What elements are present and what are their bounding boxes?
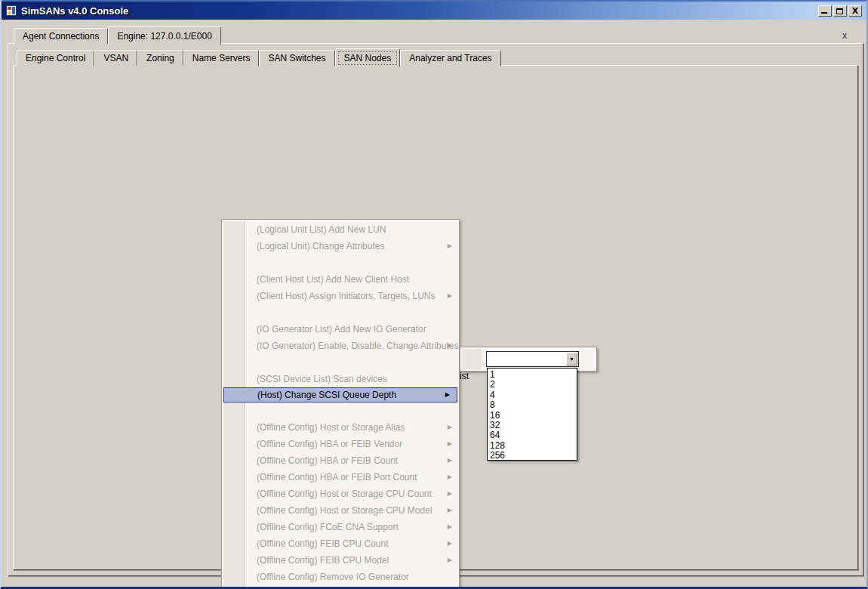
inner-tab-label: Analyzer and Traces	[409, 53, 491, 63]
queue-depth-option[interactable]: 4	[488, 390, 577, 399]
context-menu-item-label: (Offline Config) HBA or FEIB Port Count	[257, 472, 417, 483]
context-menu-item-label: (Offline Config) FCoE CNA Support	[257, 522, 399, 532]
context-menu-item-label: (IO Generator List) Add New IO Generator	[257, 324, 426, 335]
context-menu-item-label: (Client Host) Assign Initiators, Targets…	[257, 291, 436, 301]
context-menu-item[interactable]: (Logical Unit) Change Attributes ▶	[222, 238, 459, 254]
context-menu-item[interactable]: (Offline Config) HBA or FEIB Vendor ▶	[222, 436, 459, 452]
submenu-arrow-icon: ▶	[448, 238, 452, 254]
context-menu-item[interactable]: (Offline Config) Host or Storage Alias ▶	[222, 419, 459, 436]
context-menu-item[interactable]: (Offline Config) FEIB CPU Count ▶	[222, 535, 459, 552]
maximize-button[interactable]	[833, 5, 847, 17]
context-menu-item-label: (Logical Unit List) Add New LUN	[257, 224, 386, 235]
context-menu-item[interactable]: (Offline Config) FEIB CPU Model ▶	[222, 552, 459, 569]
context-menu: (Logical Unit List) Add New LUN ▶ (Logic…	[221, 219, 460, 589]
inner-tab-label: Name Servers	[192, 53, 251, 63]
queue-depth-option[interactable]: 128	[488, 440, 577, 450]
context-menu-item[interactable]: (IO Generator List) Add New IO Generator…	[222, 321, 459, 338]
inner-tab[interactable]: Analyzer and Traces	[400, 50, 500, 66]
close-button[interactable]: X	[848, 5, 862, 17]
context-menu-item-label: (Offline Config) FEIB CPU Count	[257, 538, 389, 549]
context-menu-item[interactable]: (Offline Config) HBA or FEIB Count ▶	[222, 452, 459, 469]
context-menu-item-label: (Offline Config) Host or Storage CPU Mod…	[257, 505, 432, 516]
submenu-arrow-icon: ▶	[445, 388, 450, 402]
outer-tab-label: Agent Connections	[23, 31, 99, 42]
context-menu-item-label: (Offline Config) FEIB CPU Model	[257, 555, 389, 566]
outer-tab-label: Engine: 127.0.0.1/E000	[117, 31, 211, 42]
submenu-arrow-icon: ▶	[448, 502, 452, 519]
context-menu-item[interactable]: (Offline Config) Remove IO Generator ▶	[222, 569, 459, 585]
app-window: SimSANs v4.0 Console X Agent Connections…	[0, 0, 868, 589]
tab-close-icon[interactable]: x	[838, 29, 851, 41]
context-menu-item-label: (Offline Config) HBA or FEIB Count	[257, 455, 398, 466]
inner-tab[interactable]: Engine Control	[17, 50, 94, 66]
title-bar: SimSANs v4.0 Console X	[2, 0, 866, 20]
combobox-value	[489, 353, 565, 365]
submenu-arrow-icon: ▶	[448, 452, 452, 469]
combobox-dropdown-button[interactable]: ▼	[566, 353, 577, 365]
context-menu-item[interactable]: (Offline Config) HBA or FEIB Port Count …	[222, 469, 459, 486]
queue-depth-option[interactable]: 32	[488, 420, 577, 430]
queue-depth-option[interactable]: 64	[488, 430, 577, 439]
submenu-arrow-icon: ▶	[448, 338, 452, 354]
context-menu-item-label: (Offline Config) Host or Storage Alias	[257, 422, 405, 433]
outer-tab[interactable]: Engine: 127.0.0.1/E000	[108, 26, 220, 45]
maximize-icon	[836, 8, 843, 14]
inner-tab[interactable]: VSAN	[94, 50, 137, 66]
context-menu-item[interactable]: (Offline Config) Host or Storage CPU Cou…	[222, 486, 459, 502]
outer-tab-bar: Agent ConnectionsEngine: 127.0.0.1/E000	[14, 26, 221, 45]
app-icon	[6, 5, 17, 16]
context-menu-item-label: (Offline Config) HBA or FEIB Vendor	[257, 439, 402, 449]
inner-tab[interactable]: Name Servers	[183, 50, 260, 66]
queue-depth-option[interactable]: 16	[488, 410, 577, 420]
inner-tab-label: Zoning	[146, 53, 174, 63]
inner-tab-label: SAN Nodes	[344, 53, 392, 63]
queue-depth-combobox[interactable]: ▼	[486, 351, 579, 367]
context-menu-item[interactable]: ▶	[222, 254, 459, 271]
minimize-button[interactable]	[818, 5, 832, 17]
submenu-arrow-icon: ▶	[448, 552, 452, 569]
inner-tab[interactable]: Zoning	[137, 50, 183, 66]
context-menu-item[interactable]: (Client Host) Assign Initiators, Targets…	[222, 288, 459, 304]
queue-depth-option[interactable]: 256	[488, 450, 577, 460]
context-menu-item[interactable]: (Offline Config) Remove Logical Unit ▶	[222, 585, 459, 589]
queue-depth-option-list: 1248163264128256	[487, 368, 577, 461]
inner-tab-label: SAN Switches	[268, 53, 325, 63]
chevron-down-icon: ▼	[569, 356, 574, 362]
context-menu-item[interactable]: ▶	[222, 304, 459, 321]
context-menu-item[interactable]: ▶	[222, 354, 459, 371]
context-menu-item[interactable]: (Client Host List) Add New Client Host ▶	[222, 271, 459, 288]
context-menu-item[interactable]: (Logical Unit List) Add New LUN ▶	[222, 221, 459, 238]
context-menu-item-label: (Client Host List) Add New Client Host	[257, 274, 409, 285]
queue-depth-option[interactable]: 2	[488, 379, 577, 389]
context-menu-item-label: (Offline Config) Remove IO Generator	[257, 572, 409, 582]
window-title: SimSANs v4.0 Console	[21, 5, 128, 17]
inner-tab[interactable]: SAN Nodes	[335, 48, 401, 67]
context-menu-item[interactable]: (SCSI Device List) Scan devices ▶	[222, 371, 459, 387]
context-menu-item-label: (IO Generator) Enable, Disable, Change A…	[257, 341, 458, 351]
context-menu-item[interactable]: (IO Generator) Enable, Disable, Change A…	[222, 338, 459, 354]
minimize-icon	[821, 12, 827, 14]
submenu-arrow-icon: ▶	[448, 288, 452, 304]
submenu-arrow-icon: ▶	[448, 436, 452, 452]
inner-tab-label: VSAN	[103, 53, 128, 63]
submenu-arrow-icon: ▶	[448, 469, 452, 486]
context-menu-item[interactable]: (Host) Change SCSI Queue Depth ▶	[223, 387, 457, 402]
context-menu-item[interactable]: (Offline Config) FCoE CNA Support ▶	[222, 519, 459, 535]
occluded-label-fragment: ist	[460, 371, 469, 381]
queue-depth-option[interactable]: 8	[488, 399, 577, 409]
queue-depth-option[interactable]: 1	[488, 369, 577, 379]
inner-tab-label: Engine Control	[26, 53, 85, 63]
inner-tab[interactable]: SAN Switches	[259, 50, 334, 66]
context-menu-item-label: (Logical Unit) Change Attributes	[257, 241, 384, 251]
submenu-arrow-icon: ▶	[448, 419, 452, 436]
context-menu-item[interactable]: ▶	[222, 402, 459, 419]
context-menu-item[interactable]: (Offline Config) Host or Storage CPU Mod…	[222, 502, 459, 519]
context-menu-item-label: (SCSI Device List) Scan devices	[257, 374, 387, 384]
context-menu-item-label: (Offline Config) Host or Storage CPU Cou…	[257, 489, 432, 499]
outer-tab[interactable]: Agent Connections	[14, 28, 108, 45]
submenu-arrow-icon: ▶	[448, 519, 452, 535]
submenu-arrow-icon: ▶	[448, 486, 452, 502]
submenu-arrow-icon: ▶	[448, 535, 452, 552]
context-menu-item-label: (Host) Change SCSI Queue Depth	[257, 390, 396, 400]
inner-tab-bar: Engine ControlVSANZoningName ServersSAN …	[17, 48, 501, 66]
